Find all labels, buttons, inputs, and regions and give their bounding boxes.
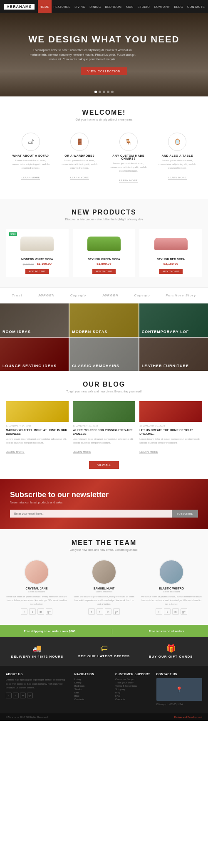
feature-wardrobe-link[interactable]: LEARN MORE [70,176,89,180]
nav-bedroom[interactable]: BEDROOM [103,0,124,13]
footer-nav-dining[interactable]: Dining [74,681,111,684]
feature-table-text: Lorem ipsum dolor sit amet, consectetur … [157,159,198,170]
navigation: HOME FEATURES LIVING DINING BEDROOM KIDS… [38,0,208,13]
table-icon: 🪞 [168,133,186,151]
footer-support-6[interactable]: FAQ [115,695,152,697]
blog-post-title-2: LET US CREATE THE HOME OF YOUR DREAMS... [139,428,202,436]
view-all-button[interactable]: VIEW ALL [89,461,119,469]
product-img-white: SALE [9,232,65,255]
hero-dot-2[interactable] [99,91,101,93]
feat-delivery: 🚚 DELIVERY IN 48/72 HOURS [6,644,69,659]
shipping-bar: Free shipping on all orders over $800 | … [0,625,208,637]
footer-support-5[interactable]: Blog [115,691,152,694]
social-facebook-1[interactable]: f [88,608,95,615]
footer-support-7[interactable]: Contacts [115,698,152,700]
blog-post-title-1: WHERE YOUR DECOR POSSIBILITIES ARE ENDLE… [73,428,136,436]
social-linkedin-0[interactable]: in [37,608,44,615]
social-linkedin-1[interactable]: in [105,608,111,615]
newsletter-email-input[interactable] [10,510,172,518]
footer-linkedin[interactable]: in [20,693,26,698]
sofa-icon: 🛋 [22,133,40,151]
nav-home[interactable]: HOME [38,0,52,13]
hero-subtitle: Lorem ipsum dolor sit amet, consectetuer… [29,48,137,62]
gallery-room-ideas[interactable]: ROOM IDEAS [0,303,69,337]
feature-table-link[interactable]: LEARN MORE [168,176,187,180]
feat-offers-title: SEE OUR LATEST OFFERS [73,654,136,658]
footer-facebook[interactable]: f [6,693,12,698]
footer-nav-studio[interactable]: Studio [74,688,111,690]
newsletter-subscribe-button[interactable]: SUBSCRIBE [172,510,198,518]
product-price-1: $1,899.75 [76,262,132,266]
social-linkedin-2[interactable]: in [172,608,179,615]
footer-twitter[interactable]: t [13,693,19,698]
footer-nav-living[interactable]: Living [74,678,111,681]
social-gplus-1[interactable]: g+ [113,608,120,615]
blog-learn-2[interactable]: LEARN MORE [139,451,158,454]
footer-contact-title: CONTACT US [156,673,203,676]
feat-delivery-title: DELIVERY IN 48/72 HOURS [6,655,69,658]
feature-chairs: 🪑 ANY CUSTOM MADE CHAIRS? Lorem ipsum do… [106,129,151,186]
social-twitter-1[interactable]: t [97,608,103,615]
footer-support-4[interactable]: Shipping [115,688,152,690]
brand-2: JØRGEN [38,293,54,297]
hero-dot-3[interactable] [103,91,105,93]
design-link[interactable]: Design and Development [174,716,202,718]
gallery-leather[interactable]: LEATHER FURNITURE [139,338,208,371]
blog-learn-1[interactable]: LEARN MORE [73,451,92,454]
nav-kids[interactable]: KIDS [124,0,135,13]
feature-chairs-link[interactable]: LEARN MORE [119,179,138,182]
hero-dot-1[interactable] [94,91,97,93]
feature-chairs-text: Lorem ipsum dolor sit amet, consectetur … [108,162,149,173]
nav-studio[interactable]: STUDIO [136,0,152,13]
footer-gplus[interactable]: g+ [27,693,33,698]
footer-nav-kids[interactable]: Kids [74,691,111,694]
social-gplus-0[interactable]: g+ [46,608,52,615]
add-to-cart-2[interactable]: ADD TO CART [159,269,182,274]
nav-company[interactable]: COMPANY [152,0,172,13]
avatar-elastic [159,560,184,584]
products-subtitle: Discover a living room – should be the h… [6,218,202,221]
delivery-icon: 🚚 [6,644,69,653]
gallery-lounge[interactable]: LOUNGE SEATING IDEAS [0,338,69,371]
newsletter-form: SUBSCRIBE [10,510,198,518]
welcome-title: WELCOME! [8,109,200,116]
member-role-1: Sales assistant [73,590,135,593]
footer-support-2[interactable]: Track your order [115,681,152,684]
footer-nav-bedroom[interactable]: Bedroom [74,685,111,687]
nav-contacts[interactable]: CONTACTS [185,0,207,13]
social-twitter-2[interactable]: t [164,608,171,615]
social-facebook-0[interactable]: f [21,608,27,615]
team-member-1: SAMUEL HUNT Sales assistant Meet our tea… [73,560,135,615]
products-title: NEW PRODUCTS [6,209,202,216]
feat-gift: 🎁 BUY OUR GIFT CARDS [139,644,202,659]
footer-contact-info: Chicago, IL 60105, USA [156,703,203,707]
footer-nav-blog[interactable]: Blog [74,695,111,697]
hero-dot-4[interactable] [107,91,109,93]
footer: ABOUT US Defacto nipl eget augue sitprae… [0,666,208,713]
gallery-armchairs[interactable]: CLASSIC ARMCHAIRS [69,338,138,371]
view-collection-button[interactable]: VIEW COLLECTION [81,67,127,75]
gallery-contemporary[interactable]: CONTEMPORARY LOF [139,303,208,337]
nav-living[interactable]: LIVING [72,0,87,13]
hero-dot-5[interactable] [111,91,114,93]
footer-nav-contacts[interactable]: Contacts [74,698,111,700]
add-to-cart-0[interactable]: ADD TO CART [25,269,49,274]
footer-support-3[interactable]: Terms & Conditions [115,685,152,687]
nav-dining[interactable]: DINING [87,0,103,13]
social-gplus-2[interactable]: g+ [181,608,187,615]
social-twitter-0[interactable]: t [29,608,36,615]
nav-blog[interactable]: BLOG [172,0,185,13]
logo: ABRAHAMS [4,4,35,10]
social-facebook-2[interactable]: f [156,608,162,615]
hero-section: WE DESIGN WHAT YOU NEED Lorem ipsum dolo… [0,13,208,96]
add-to-cart-1[interactable]: ADD TO CART [92,269,116,274]
blog-learn-0[interactable]: LEARN MORE [6,451,25,454]
footer-support-1[interactable]: Customer Support [115,678,152,681]
features-bar: 🚚 DELIVERY IN 48/72 HOURS 🏷 SEE OUR LATE… [0,637,208,666]
nav-features[interactable]: FEATURES [52,0,73,13]
feature-sofa-link[interactable]: LEARN MORE [21,176,40,180]
gallery-modern-sofas[interactable]: MODERN SOFAS [69,303,138,337]
feature-chairs-title: ANY CUSTOM MADE CHAIRS? [108,154,149,160]
feature-sofa-title: WHAT ABOUT A SOFA? [10,154,52,157]
avatar-crystal [24,560,49,584]
